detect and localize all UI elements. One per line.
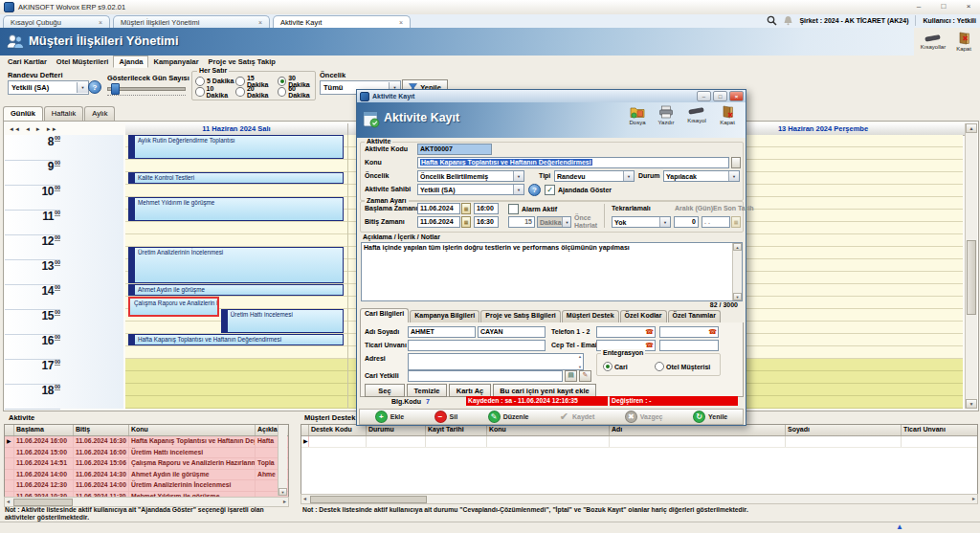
calendar-event[interactable]: Hafta Kapanış Toplantısı ve Haftanın Değ… bbox=[128, 334, 344, 345]
del-button[interactable]: −Sil bbox=[434, 411, 458, 423]
column-header[interactable]: Kayıt Tarihi bbox=[426, 425, 487, 435]
alarm-value-input[interactable]: 15 bbox=[508, 216, 535, 228]
karti-ac-button[interactable]: Kartı Aç bbox=[449, 384, 491, 397]
dialog-tab-cari-bilgileri[interactable]: Cari Bilgileri bbox=[360, 308, 409, 322]
view-tab-aylık[interactable]: Aylık bbox=[84, 106, 115, 121]
close-module-button[interactable]: Kapat bbox=[950, 28, 977, 56]
prev-fast-icon[interactable]: ◄◄ bbox=[9, 126, 20, 132]
alarm-aktif-checkbox[interactable]: Alarm Aktif bbox=[508, 204, 557, 214]
dialog-maximize-button[interactable]: □ bbox=[713, 91, 727, 101]
shortcuts-button[interactable]: Kısayollar bbox=[920, 28, 947, 56]
spinner-up-icon[interactable]: ▲ bbox=[578, 354, 582, 359]
scrollbar-thumb[interactable] bbox=[967, 240, 976, 315]
radio-10-dakika[interactable]: 10 Dakika bbox=[195, 86, 235, 97]
sahibi-select[interactable]: Yetkili (SA)▼ bbox=[417, 184, 524, 195]
column-header[interactable]: Ticari Unvanı bbox=[902, 425, 978, 435]
column-header[interactable] bbox=[301, 425, 309, 435]
column-header[interactable]: Durumu bbox=[367, 425, 426, 435]
activity-table[interactable]: BaşlamaBitişKonuAçıkla▶11.06.2024 16:001… bbox=[4, 424, 289, 499]
cari-radio[interactable]: Cari bbox=[603, 362, 628, 371]
dialog-close-button[interactable]: × bbox=[729, 91, 744, 101]
search-icon[interactable] bbox=[767, 15, 777, 26]
tekrar-select[interactable]: Yok▼ bbox=[612, 216, 671, 228]
document-tab-1[interactable]: Müşteri İlişkileri Yönetimi× bbox=[113, 15, 270, 28]
dialog-tab-m-teri-destek[interactable]: Müşteri Destek bbox=[562, 310, 619, 322]
slider-thumb[interactable] bbox=[111, 83, 120, 95]
phone-icon[interactable]: ☎ bbox=[708, 328, 717, 336]
scroll-up-icon[interactable]: ▲ bbox=[733, 243, 742, 251]
radio-60-dakika[interactable]: 60 Dakika bbox=[278, 86, 316, 97]
dialog-tab-proje-ve-sat-bilgileri[interactable]: Proje ve Satış Bilgileri bbox=[480, 310, 561, 322]
oncelik-select[interactable]: Öncelik Belirtilmemiş▼ bbox=[417, 170, 524, 182]
ticari-unvan-input[interactable] bbox=[408, 340, 546, 351]
tab-close-icon[interactable]: × bbox=[399, 19, 403, 26]
cari-yetkili-input[interactable] bbox=[408, 370, 563, 382]
konu-expand-button[interactable] bbox=[731, 157, 741, 168]
window-maximize-button[interactable]: □ bbox=[936, 1, 951, 11]
refresh-button[interactable]: ↻Yenile bbox=[693, 411, 727, 423]
bitis-date-input[interactable]: 11.06.2024 bbox=[417, 216, 460, 228]
durum-select[interactable]: Yapılacak▼ bbox=[663, 170, 740, 182]
add-button[interactable]: +Ekle bbox=[375, 411, 404, 423]
picture-button[interactable]: ▤ bbox=[565, 370, 577, 382]
dosya-button[interactable]: Dosya bbox=[623, 105, 652, 125]
column-header[interactable]: Konu bbox=[129, 425, 256, 435]
next-fast-icon[interactable]: ►► bbox=[46, 126, 57, 132]
adi-input[interactable]: AHMET bbox=[408, 326, 476, 338]
bitis-time-input[interactable]: 16:30 bbox=[474, 216, 499, 228]
aktivite-kodu-input[interactable]: AKT00007 bbox=[417, 144, 492, 155]
bell-icon[interactable] bbox=[784, 15, 792, 26]
dialog-minimize-button[interactable]: – bbox=[697, 91, 711, 101]
scroll-down-icon[interactable]: ▼ bbox=[733, 293, 742, 300]
document-tab-2[interactable]: Aktivite Kayıt× bbox=[273, 15, 411, 29]
kapat-button[interactable]: Kapat bbox=[713, 105, 742, 125]
menu-tab-ajanda[interactable]: Ajanda bbox=[113, 56, 148, 68]
support-table[interactable]: Destek KoduDurumuKayıt TarihiKonuAdıSoya… bbox=[301, 424, 978, 496]
view-tab-haftalık[interactable]: Haftalık bbox=[44, 106, 83, 121]
baslama-date-input[interactable]: 11.06.2024 bbox=[417, 203, 460, 214]
table-row[interactable]: ▶ bbox=[301, 436, 977, 448]
window-close-button[interactable]: × bbox=[961, 1, 976, 11]
calendar-event[interactable]: Kalite Kontrol Testleri bbox=[128, 172, 344, 184]
column-header[interactable]: Başlama bbox=[14, 425, 74, 435]
calendar-event[interactable]: Çalışma Raporu ve Analizlerin Hazırlanma… bbox=[128, 297, 219, 317]
yeni-kayit-button[interactable]: Bu cari için yeni kayıt ekle bbox=[493, 384, 596, 397]
table-row[interactable]: 11.06.2024 14:5111.06.2024 15:06Çalışma … bbox=[5, 458, 288, 470]
calendar-event[interactable]: Mehmet Yıldırım ile görüşme bbox=[128, 197, 344, 221]
spinner-down-icon[interactable]: ▼ bbox=[578, 365, 582, 369]
adres-textarea[interactable]: ▲ ▼ bbox=[408, 353, 584, 370]
table-row[interactable]: ▶11.06.2024 16:0011.06.2024 16:30Hafta K… bbox=[5, 436, 288, 448]
calendar-picker-icon[interactable]: ▦ bbox=[461, 216, 471, 228]
column-header[interactable]: Soyadı bbox=[786, 425, 902, 435]
calendar-event[interactable]: Üretim Hattı incelemesi bbox=[221, 309, 344, 333]
sec-button[interactable]: Seç bbox=[365, 384, 405, 397]
kisayol-button[interactable]: Kısayol bbox=[682, 105, 711, 123]
aciklama-textarea[interactable]: Hafta içinde yapılan tüm işlerin doğru t… bbox=[361, 242, 743, 301]
support-hscrollbar[interactable]: ◄ ► bbox=[301, 494, 978, 504]
phone-icon[interactable]: ☎ bbox=[645, 328, 654, 336]
scroll-down-icon[interactable]: ▼ bbox=[966, 399, 977, 409]
table-row[interactable]: 11.06.2024 15:0011.06.2024 16:00Üretim H… bbox=[5, 448, 288, 459]
tab-close-icon[interactable]: × bbox=[99, 19, 102, 26]
calendar-picker-icon[interactable]: ▦ bbox=[461, 203, 471, 214]
konu-input[interactable]: Hafta Kapanış Toplantısı ve Haftanın Değ… bbox=[417, 157, 729, 168]
phone-icon[interactable]: ☎ bbox=[645, 342, 654, 349]
yazdir-button[interactable]: Yazdır bbox=[652, 105, 680, 125]
aralik-input[interactable]: 0 bbox=[674, 216, 699, 228]
next-icon[interactable]: ► bbox=[35, 126, 41, 132]
randevu-defteri-select[interactable]: Yetkili (SA)▼ bbox=[8, 80, 89, 95]
column-header[interactable] bbox=[5, 425, 14, 435]
column-header[interactable]: Konu bbox=[487, 425, 610, 435]
calendar-event[interactable]: Aylık Rutin Değerlendirme Toplantısı bbox=[128, 135, 344, 159]
dialog-tab--zel-tan-mlar[interactable]: Özel Tanımlar bbox=[668, 310, 721, 322]
email-input[interactable] bbox=[659, 340, 719, 351]
window-minimize-button[interactable]: – bbox=[911, 1, 926, 11]
edit-wand-button[interactable]: ✎ bbox=[579, 370, 591, 382]
help-icon[interactable]: ? bbox=[528, 184, 541, 196]
calendar-event[interactable]: Üretim Analizlerinin İncelenmesi bbox=[128, 247, 344, 283]
calendar-vertical-scrollbar[interactable]: ▲ ▼ bbox=[965, 123, 977, 409]
tab-close-icon[interactable]: × bbox=[258, 19, 262, 26]
scroll-up-icon[interactable]: ▲ bbox=[966, 123, 977, 133]
table-row[interactable]: 11.06.2024 12:3011.06.2024 14:00Üretim A… bbox=[5, 480, 288, 492]
soyadi-input[interactable]: CAYAN bbox=[478, 326, 546, 338]
